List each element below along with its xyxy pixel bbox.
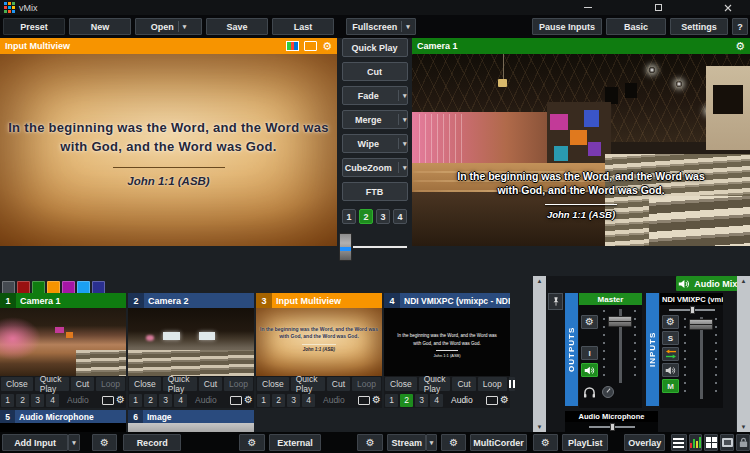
input-2-overlay-3[interactable]: 3 <box>159 394 172 407</box>
preset-button[interactable]: Preset <box>3 18 65 35</box>
stream-settings-button[interactable]: ⚙ <box>357 434 383 451</box>
input-4-overlay-1[interactable]: 1 <box>385 394 398 407</box>
input-3-overlay-4[interactable]: 4 <box>302 394 315 407</box>
record-button[interactable]: Record <box>123 434 181 451</box>
input-4-fullscreen-icon[interactable] <box>486 396 498 405</box>
ndi-fader-handle[interactable] <box>689 319 713 330</box>
mixer-pin-button[interactable] <box>548 293 563 310</box>
input-1-close-button[interactable]: Close <box>1 377 33 391</box>
new-button[interactable]: New <box>69 18 131 35</box>
input-4-thumbnail[interactable]: In the beginning was the Word, and the W… <box>384 308 510 376</box>
add-input-settings-button[interactable]: ⚙ <box>92 434 118 451</box>
input-3-titlebar[interactable]: 3 Input Multiview <box>256 293 382 308</box>
ndi-balance-slider[interactable] <box>660 305 723 315</box>
open-button[interactable]: Open▾ <box>135 18 202 35</box>
settings-button[interactable]: Settings <box>670 18 728 35</box>
fade-button[interactable]: Fade▾ <box>342 86 408 105</box>
input-1-cut-button[interactable]: Cut <box>71 377 94 391</box>
input-1-fullscreen-icon[interactable] <box>102 396 114 405</box>
input-3-fullscreen-icon[interactable] <box>358 396 370 405</box>
mixer-scrollbar-left[interactable]: ▲ ▼ <box>533 276 546 432</box>
input-6-body[interactable] <box>128 423 254 432</box>
input-4-loop-button[interactable]: Loop <box>478 377 507 391</box>
fade-dropdown-icon[interactable]: ▾ <box>403 92 407 100</box>
cubezoom-dropdown-icon[interactable]: ▾ <box>403 164 407 172</box>
external-display-button[interactable] <box>720 434 734 451</box>
mixer-scrollbar-right[interactable]: ▲ ▼ <box>737 276 750 432</box>
input-2-overlay-4[interactable]: 4 <box>174 394 187 407</box>
master-bus-button[interactable]: I <box>581 346 598 360</box>
input-2-fullscreen-icon[interactable] <box>230 396 242 405</box>
input-4-audio-label[interactable]: Audio <box>451 395 473 405</box>
merge-dropdown-icon[interactable]: ▾ <box>403 116 407 124</box>
input-4-overlay-4[interactable]: 4 <box>430 394 443 407</box>
ndi-send-button[interactable] <box>662 347 679 361</box>
scroll-up-icon[interactable]: ▲ <box>537 276 543 286</box>
multicorder-settings-button[interactable]: ⚙ <box>441 434 467 451</box>
input-3-audio-label[interactable]: Audio <box>323 395 345 405</box>
external-button[interactable]: External <box>269 434 322 451</box>
minimize-button[interactable] <box>578 0 598 15</box>
tbar-track[interactable] <box>352 245 408 249</box>
layout-grid-button[interactable] <box>704 434 718 451</box>
transition-1-button[interactable]: 1 <box>342 209 356 224</box>
ndi-balance-handle[interactable] <box>690 306 695 314</box>
input-2-thumbnail[interactable] <box>128 308 254 376</box>
input-2-titlebar[interactable]: 2 Camera 2 <box>128 293 254 308</box>
scroll-up-icon[interactable]: ▲ <box>741 276 747 286</box>
input-4-cut-button[interactable]: Cut <box>452 377 475 391</box>
input-4-pause-button[interactable] <box>509 377 515 391</box>
audio-meters-button[interactable] <box>689 434 703 451</box>
input-1-gear-icon[interactable]: ⚙ <box>116 395 125 405</box>
input-3-cut-button[interactable]: Cut <box>327 377 350 391</box>
pause-inputs-button[interactable]: Pause Inputs <box>532 18 602 35</box>
multicorder-button[interactable]: MultiCorder <box>470 434 526 451</box>
ndi-master-assign-button[interactable]: M <box>662 379 679 393</box>
input-3-loop-button[interactable]: Loop <box>352 377 381 391</box>
preview-video[interactable]: In the beginning was the Word, and the W… <box>0 54 337 246</box>
input-1-titlebar[interactable]: 1 Camera 1 <box>0 293 126 308</box>
master-gear-button[interactable]: ⚙ <box>581 315 598 329</box>
transition-2-button[interactable]: 2 <box>359 209 373 224</box>
program-settings-gear-icon[interactable]: ⚙ <box>735 41 745 52</box>
input-3-close-button[interactable]: Close <box>257 377 289 391</box>
tbar-handle[interactable] <box>339 233 352 261</box>
lock-button[interactable] <box>736 434 750 451</box>
close-button[interactable] <box>718 0 738 15</box>
input-3-gear-icon[interactable]: ⚙ <box>372 395 381 405</box>
input-3-overlay-2[interactable]: 2 <box>272 394 285 407</box>
input-1-thumbnail[interactable] <box>0 308 126 376</box>
transition-3-button[interactable]: 3 <box>376 209 390 224</box>
open-dropdown-icon[interactable]: ▾ <box>183 23 187 31</box>
save-button[interactable]: Save <box>206 18 268 35</box>
add-input-dropdown-button[interactable]: ▾ <box>68 434 79 451</box>
input-2-cut-button[interactable]: Cut <box>199 377 222 391</box>
input-1-audio-label[interactable]: Audio <box>67 395 89 405</box>
mic-balance-slider[interactable] <box>565 422 658 432</box>
input-3-thumbnail[interactable]: In the beginning was the Word, and the W… <box>256 308 382 376</box>
headphone-volume-knob[interactable] <box>602 386 614 398</box>
playlist-settings-button[interactable]: ⚙ <box>533 434 559 451</box>
mic-balance-handle[interactable] <box>610 423 615 431</box>
add-input-button[interactable]: Add Input <box>2 434 68 451</box>
input-1-overlay-1[interactable]: 1 <box>1 394 14 407</box>
cut-button[interactable]: Cut <box>342 62 408 81</box>
merge-button[interactable]: Merge▾ <box>342 110 408 129</box>
input-5-titlebar[interactable]: 5 Audio Microphone <box>0 410 126 423</box>
input-4-quickplay-button[interactable]: Quick Play <box>419 377 451 391</box>
input-4-overlay-3[interactable]: 3 <box>415 394 428 407</box>
input-4-close-button[interactable]: Close <box>385 377 417 391</box>
monitor-icon[interactable] <box>304 41 317 51</box>
scroll-down-icon[interactable]: ▼ <box>537 422 543 432</box>
stream-dropdown-button[interactable]: ▾ <box>426 434 436 451</box>
cubezoom-button[interactable]: CubeZoom▾ <box>342 158 408 177</box>
transition-4-button[interactable]: 4 <box>393 209 407 224</box>
input-4-overlay-2[interactable]: 2 <box>400 394 413 407</box>
fullscreen-dropdown-icon[interactable]: ▾ <box>406 23 410 31</box>
input-1-overlay-3[interactable]: 3 <box>31 394 44 407</box>
preview-settings-gear-icon[interactable]: ⚙ <box>322 41 332 52</box>
input-2-overlay-1[interactable]: 1 <box>129 394 142 407</box>
last-button[interactable]: Last <box>272 18 334 35</box>
overlay-button[interactable]: Overlay <box>624 434 665 451</box>
input-2-audio-label[interactable]: Audio <box>195 395 217 405</box>
